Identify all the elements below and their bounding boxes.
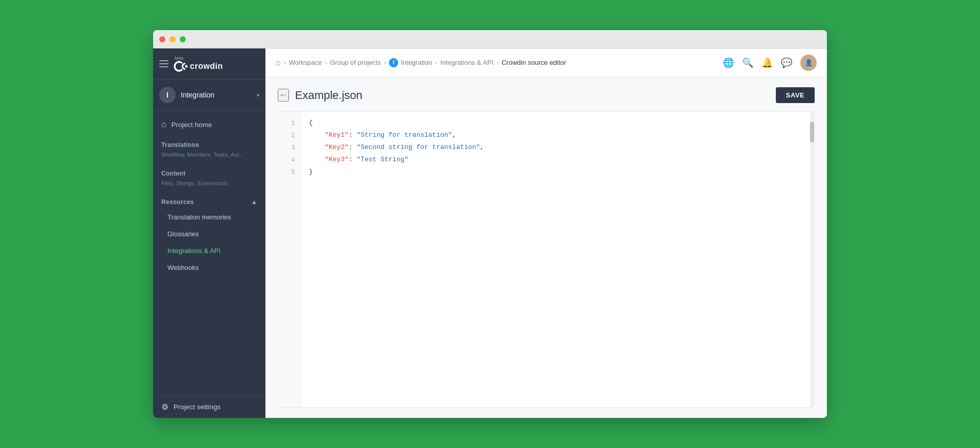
resources-section-title: Resources bbox=[161, 198, 194, 206]
project-home-label: Project home bbox=[172, 121, 212, 129]
content-hint: Files, Strings, Screenshots bbox=[153, 180, 265, 191]
line-num-1: 1 bbox=[278, 118, 300, 130]
sidebar-item-project-home[interactable]: ⌂ Project home bbox=[153, 115, 265, 134]
line-num-3: 3 bbox=[278, 142, 300, 155]
translations-hint: Workflow, Members, Tasks, Act... bbox=[153, 152, 265, 163]
project-selector[interactable]: I Integration ▾ bbox=[153, 80, 265, 111]
breadcrumb: ⌂ › Workspace › Group of projects › I In… bbox=[276, 58, 723, 67]
browser-minimize-dot[interactable] bbox=[169, 36, 176, 42]
breadcrumb-sep-1: › bbox=[325, 59, 327, 66]
breadcrumb-workspace[interactable]: Workspace bbox=[289, 59, 322, 66]
breadcrumb-integration-group: I Integration bbox=[389, 58, 432, 67]
resources-header: Resources ▲ bbox=[153, 191, 265, 209]
editor-filename: Example.json bbox=[295, 89, 362, 102]
breadcrumb-home-icon[interactable]: ⌂ bbox=[276, 58, 281, 67]
code-line-1: { bbox=[309, 118, 484, 130]
crowdin-logo-svg bbox=[174, 61, 188, 72]
editor-area: ← Example.json SAVE 1 2 3 4 5 bbox=[265, 77, 827, 418]
breadcrumb-sep-2: › bbox=[384, 59, 386, 66]
logo-crown-icon: crowdin bbox=[174, 61, 223, 72]
browser-chrome bbox=[153, 30, 827, 48]
code-line-2: "Key1": "String for translation", bbox=[309, 130, 484, 142]
editor-header: ← Example.json SAVE bbox=[278, 87, 815, 103]
translation-memories-label: Translation memories bbox=[167, 213, 231, 221]
breadcrumb-group[interactable]: Group of projects bbox=[330, 59, 381, 66]
integrations-api-label: Integrations & API bbox=[167, 247, 220, 255]
breadcrumb-integration-icon: I bbox=[389, 58, 398, 67]
project-avatar: I bbox=[159, 87, 176, 103]
browser-maximize-dot[interactable] bbox=[180, 36, 186, 42]
sidebar-nav: ⌂ Project home Translations Workflow, Me… bbox=[153, 111, 265, 395]
topbar: ⌂ › Workspace › Group of projects › I In… bbox=[265, 48, 827, 77]
hamburger-menu-button[interactable] bbox=[159, 60, 168, 67]
svg-point-0 bbox=[185, 65, 188, 68]
sidebar-item-translation-memories[interactable]: Translation memories bbox=[153, 209, 265, 226]
line-num-5: 5 bbox=[278, 167, 300, 179]
breadcrumb-integrations-api[interactable]: Integrations & API bbox=[440, 59, 494, 66]
breadcrumb-sep-3: › bbox=[435, 59, 437, 66]
settings-gear-icon: ⚙ bbox=[161, 402, 168, 412]
browser-window: beta crowdin bbox=[153, 30, 827, 418]
breadcrumb-sep-0: › bbox=[284, 59, 286, 66]
breadcrumb-current-page: Crowdin source editor bbox=[502, 59, 566, 66]
topbar-actions: 🌐 🔍 🔔 💬 👤 bbox=[723, 55, 817, 71]
user-avatar[interactable]: 👤 bbox=[800, 55, 817, 71]
main-content: ⌂ › Workspace › Group of projects › I In… bbox=[265, 48, 827, 418]
scrollbar-area[interactable] bbox=[810, 112, 814, 407]
resources-toggle-button[interactable]: ▲ bbox=[251, 198, 257, 206]
line-num-4: 4 bbox=[278, 155, 300, 167]
code-line-5: } bbox=[309, 167, 484, 179]
globe-icon[interactable]: 🌐 bbox=[723, 57, 734, 68]
back-button[interactable]: ← bbox=[278, 89, 289, 102]
line-numbers: 1 2 3 4 5 bbox=[278, 112, 301, 407]
code-lines: { "Key1": "String for translation", "Key… bbox=[301, 112, 492, 407]
webhooks-label: Webhooks bbox=[167, 264, 199, 271]
save-button[interactable]: SAVE bbox=[776, 87, 815, 103]
logo-beta-label: beta bbox=[175, 56, 184, 61]
project-selector-chevron-icon: ▾ bbox=[257, 92, 259, 98]
scrollbar-thumb[interactable] bbox=[810, 122, 814, 142]
translations-section-title: Translations bbox=[153, 134, 265, 152]
line-num-2: 2 bbox=[278, 130, 300, 142]
sidebar-item-webhooks[interactable]: Webhooks bbox=[153, 259, 265, 276]
avatar-initials: 👤 bbox=[805, 59, 813, 66]
logo: crowdin bbox=[174, 61, 223, 72]
logo-area: beta crowdin bbox=[174, 56, 223, 72]
sidebar-item-project-settings[interactable]: ⚙ Project settings bbox=[153, 395, 265, 418]
sidebar: beta crowdin bbox=[153, 48, 265, 418]
crowdin-wordmark: crowdin bbox=[190, 62, 223, 71]
content-section-title: Content bbox=[153, 163, 265, 180]
chat-icon[interactable]: 💬 bbox=[781, 57, 792, 68]
bell-icon[interactable]: 🔔 bbox=[762, 57, 773, 68]
code-editor[interactable]: 1 2 3 4 5 { "Key1": "String for translat… bbox=[278, 111, 815, 408]
breadcrumb-sep-4: › bbox=[497, 59, 499, 66]
code-line-3: "Key2": "Second string for translation", bbox=[309, 142, 484, 155]
home-icon: ⌂ bbox=[161, 120, 166, 129]
sidebar-item-glossaries[interactable]: Glossaries bbox=[153, 226, 265, 242]
editor-title-group: ← Example.json bbox=[278, 89, 362, 102]
search-icon[interactable]: 🔍 bbox=[742, 57, 753, 68]
app-container: beta crowdin bbox=[153, 48, 827, 418]
browser-close-dot[interactable] bbox=[159, 36, 165, 42]
code-line-4: "Key3": "Test String" bbox=[309, 155, 484, 167]
breadcrumb-integration[interactable]: Integration bbox=[401, 59, 432, 66]
project-name-label: Integration bbox=[181, 91, 252, 99]
project-settings-label: Project settings bbox=[174, 403, 220, 411]
sidebar-header: beta crowdin bbox=[153, 48, 265, 80]
code-content: 1 2 3 4 5 { "Key1": "String for translat… bbox=[278, 112, 814, 407]
glossaries-label: Glossaries bbox=[167, 230, 199, 238]
sidebar-item-integrations-api[interactable]: Integrations & API bbox=[153, 242, 265, 259]
